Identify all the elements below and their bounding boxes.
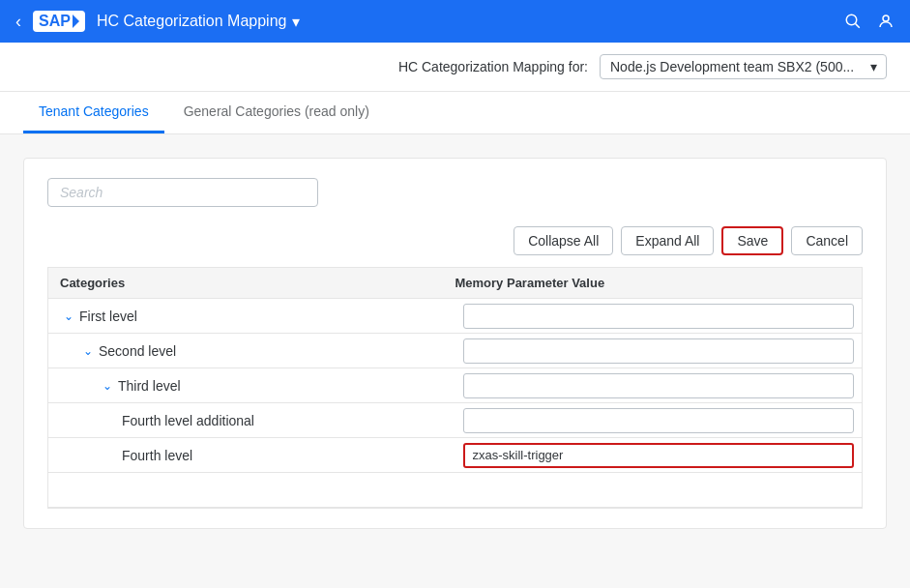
tabs-bar: Tenant Categories General Categories (re… (0, 92, 910, 134)
category-cell-fourth: Fourth level (48, 444, 455, 467)
chevron-down-icon[interactable]: ⌄ (64, 309, 73, 323)
sap-logo: SAP (33, 11, 85, 32)
value-input-second[interactable] (463, 338, 855, 364)
table-row: Fourth level additional (48, 403, 862, 438)
back-icon: ‹ (15, 12, 21, 32)
svg-point-0 (846, 15, 857, 25)
value-input-first[interactable] (463, 304, 855, 329)
value-input-fourth[interactable] (463, 443, 855, 468)
col-memory-param: Memory Parameter Value (455, 276, 851, 290)
category-cell-third: ⌄ Third level (48, 374, 455, 397)
header-icons (844, 13, 895, 30)
dropdown-wrapper: Node.js Development team SBX2 (500... (600, 54, 887, 79)
title-text: HC Categorization Mapping (97, 13, 287, 30)
svg-line-1 (856, 24, 860, 28)
col-categories: Categories (60, 276, 455, 290)
value-cell-second (455, 335, 863, 368)
value-cell-third (455, 369, 863, 402)
search-input[interactable] (47, 178, 318, 207)
category-label-first: First level (79, 309, 137, 324)
table-row: ⌄ Third level (48, 368, 862, 403)
category-label-third: Third level (118, 378, 181, 394)
search-section (47, 178, 863, 207)
category-cell-second: ⌄ Second level (48, 339, 455, 363)
search-button[interactable] (844, 13, 862, 30)
expand-all-button[interactable]: Expand All (621, 226, 714, 255)
value-input-fourth-additional[interactable] (463, 408, 855, 433)
save-button[interactable]: Save (721, 226, 783, 255)
cancel-button[interactable]: Cancel (791, 226, 863, 255)
category-label-second: Second level (99, 343, 176, 359)
table-row: Fourth level (48, 438, 862, 473)
action-buttons: Collapse All Expand All Save Cancel (47, 226, 863, 255)
main-content: Collapse All Expand All Save Cancel Cate… (23, 158, 887, 529)
empty-row (48, 473, 862, 508)
tab-tenant-categories[interactable]: Tenant Categories (23, 92, 164, 133)
sub-header: HC Categorization Mapping for: Node.js D… (0, 43, 910, 92)
search-icon (844, 13, 862, 30)
tab-general-label: General Categories (read only) (184, 103, 369, 119)
table-header: Categories Memory Parameter Value (48, 268, 862, 299)
categories-table: Categories Memory Parameter Value ⌄ Firs… (47, 267, 863, 509)
value-cell-fourth-additional (455, 404, 863, 437)
user-icon (877, 13, 895, 30)
team-dropdown[interactable]: Node.js Development team SBX2 (500... (600, 54, 887, 79)
collapse-all-button[interactable]: Collapse All (514, 226, 613, 255)
tab-general-categories[interactable]: General Categories (read only) (168, 92, 385, 133)
category-label-fourth: Fourth level (122, 448, 192, 463)
sap-logo-triangle (73, 15, 79, 28)
value-input-third[interactable] (463, 373, 855, 398)
chevron-down-icon[interactable]: ⌄ (103, 379, 112, 393)
sap-text: SAP (39, 13, 71, 30)
table-row: ⌄ Second level (48, 334, 862, 368)
table-row: ⌄ First level (48, 299, 862, 334)
chevron-down-icon[interactable]: ⌄ (83, 344, 93, 358)
user-button[interactable] (877, 13, 895, 30)
title-dropdown-arrow[interactable]: ▾ (292, 13, 300, 31)
back-button[interactable]: ‹ (15, 12, 21, 32)
tab-tenant-label: Tenant Categories (39, 103, 149, 119)
category-label-fourth-additional: Fourth level additional (122, 413, 254, 428)
app-title: HC Categorization Mapping ▾ (97, 13, 833, 31)
app-header: ‹ SAP HC Categorization Mapping ▾ (0, 0, 910, 43)
value-cell-first (455, 300, 863, 333)
svg-point-2 (883, 15, 889, 21)
category-cell-fourth-additional: Fourth level additional (48, 409, 455, 432)
sub-header-label: HC Categorization Mapping for: (398, 59, 588, 74)
category-cell-first: ⌄ First level (48, 305, 455, 328)
value-cell-fourth (455, 439, 863, 472)
